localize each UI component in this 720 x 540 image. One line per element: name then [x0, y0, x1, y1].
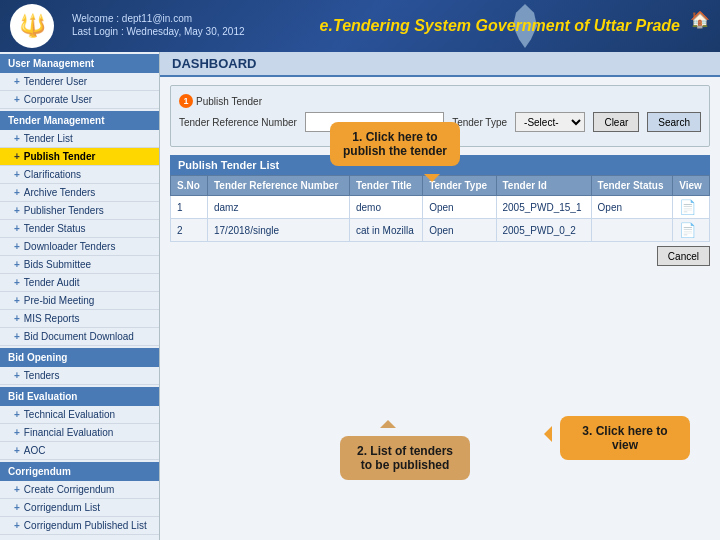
plus-icon: + — [14, 295, 20, 306]
tender-type-select[interactable]: -Select- — [515, 112, 585, 132]
sidebar-item-technical-evaluation[interactable]: + Technical Evaluation — [0, 406, 159, 424]
bid-opening-section: Bid Opening — [0, 348, 159, 367]
plus-icon: + — [14, 94, 20, 105]
cell-type: Open — [423, 219, 496, 242]
tender-type-label: Tender Type — [452, 117, 507, 128]
sidebar-item-corrigendum-list[interactable]: + Corrigendum List — [0, 499, 159, 517]
sidebar-label: Technical Evaluation — [24, 409, 115, 420]
plus-icon: + — [14, 151, 20, 162]
site-title: e.Tendering System Government of Uttar P… — [320, 17, 680, 35]
cell-type: Open — [423, 196, 496, 219]
sidebar-label: MIS Reports — [24, 313, 80, 324]
plus-icon: + — [14, 502, 20, 513]
table-header-row: S.No Tender Reference Number Tender Titl… — [171, 176, 710, 196]
cell-ref: damz — [207, 196, 349, 219]
sidebar-item-tenderer-user[interactable]: + Tenderer User — [0, 73, 159, 91]
sidebar-item-corporate-user[interactable]: + Corporate User — [0, 91, 159, 109]
callout-list-text: 2. List of tenders to be published — [357, 444, 453, 472]
user-management-section: User Management — [0, 54, 159, 73]
sidebar-label: Tenders — [24, 370, 60, 381]
last-login-value: : Wednesday, May 30, 2012 — [121, 26, 245, 37]
callout-list: 2. List of tenders to be published — [340, 436, 470, 480]
callout-publish: 1. Click here to publish the tender — [330, 122, 460, 166]
welcome-label: Welcome — [72, 13, 114, 24]
welcome-value: : dept11@in.com — [116, 13, 192, 24]
table-row: 1 damz demo Open 2005_PWD_15_1 Open 📄 — [171, 196, 710, 219]
sidebar-item-tender-audit[interactable]: + Tender Audit — [0, 274, 159, 292]
search-button[interactable]: Search — [647, 112, 701, 132]
sidebar-item-tender-list[interactable]: + Tender List — [0, 130, 159, 148]
cell-ref: 17/2018/single — [207, 219, 349, 242]
sidebar-label: Tender Audit — [24, 277, 80, 288]
col-title: Tender Title — [349, 176, 422, 196]
sidebar-label: Publisher Tenders — [24, 205, 104, 216]
sidebar-item-publish-tender[interactable]: + Publish Tender — [0, 148, 159, 166]
cell-id: 2005_PWD_15_1 — [496, 196, 591, 219]
cell-view[interactable]: 📄 — [673, 196, 710, 219]
col-sno: S.No — [171, 176, 208, 196]
sidebar-label: Bid Document Download — [24, 331, 134, 342]
sidebar-label: Tender Status — [24, 223, 86, 234]
plus-icon: + — [14, 259, 20, 270]
sidebar-item-prebid-meeting[interactable]: + Pre-bid Meeting — [0, 292, 159, 310]
sidebar-item-tenders[interactable]: + Tenders — [0, 367, 159, 385]
plus-icon: + — [14, 187, 20, 198]
sidebar-label: Tender List — [24, 133, 73, 144]
tender-management-section: Tender Management — [0, 111, 159, 130]
sidebar-label: Publish Tender — [24, 151, 96, 162]
sidebar-label: Corrigendum Published List — [24, 520, 147, 531]
logo-area: 🔱 Welcome : dept11@in.com Last Login : W… — [10, 4, 245, 48]
welcome-row: Welcome : dept11@in.com — [72, 13, 245, 24]
cell-id: 2005_PWD_0_2 — [496, 219, 591, 242]
sidebar-label: Financial Evaluation — [24, 427, 114, 438]
plus-icon: + — [14, 445, 20, 456]
plus-icon: + — [14, 76, 20, 87]
main-layout: User Management + Tenderer User + Corpor… — [0, 52, 720, 540]
tender-table: S.No Tender Reference Number Tender Titl… — [170, 175, 710, 242]
cancel-button[interactable]: Cancel — [657, 246, 710, 266]
sidebar-item-publisher-tenders[interactable]: + Publisher Tenders — [0, 202, 159, 220]
tender-ref-label: Tender Reference Number — [179, 117, 297, 128]
plus-icon: + — [14, 331, 20, 342]
sidebar-item-bid-document-download[interactable]: + Bid Document Download — [0, 328, 159, 346]
sidebar-item-bids-submittee[interactable]: + Bids Submittee — [0, 256, 159, 274]
sidebar-item-corrigendum-published-list[interactable]: + Corrigendum Published List — [0, 517, 159, 535]
table-row: 2 17/2018/single cat in Mozilla Open 200… — [171, 219, 710, 242]
login-row: Last Login : Wednesday, May 30, 2012 — [72, 26, 245, 37]
cell-title: cat in Mozilla — [349, 219, 422, 242]
sidebar-item-aoc[interactable]: + AOC — [0, 442, 159, 460]
plus-icon: + — [14, 133, 20, 144]
sidebar-label: Create Corrigendum — [24, 484, 115, 495]
col-view: View — [673, 176, 710, 196]
sidebar-label: Tenderer User — [24, 76, 87, 87]
sidebar-item-tender-status[interactable]: + Tender Status — [0, 220, 159, 238]
plus-icon: + — [14, 313, 20, 324]
cell-title: demo — [349, 196, 422, 219]
sidebar-label: Downloader Tenders — [24, 241, 116, 252]
bid-evaluation-section: Bid Evaluation — [0, 387, 159, 406]
sidebar-item-financial-evaluation[interactable]: + Financial Evaluation — [0, 424, 159, 442]
view-icon[interactable]: 📄 — [679, 222, 696, 238]
clear-button[interactable]: Clear — [593, 112, 639, 132]
header-info: Welcome : dept11@in.com Last Login : Wed… — [72, 13, 245, 39]
sidebar-item-downloader-tenders[interactable]: + Downloader Tenders — [0, 238, 159, 256]
plus-icon: + — [14, 277, 20, 288]
sidebar-item-archive-tenders[interactable]: + Archive Tenders — [0, 184, 159, 202]
sidebar-item-create-corrigendum[interactable]: + Create Corrigendum — [0, 481, 159, 499]
view-icon[interactable]: 📄 — [679, 199, 696, 215]
home-icon[interactable]: 🏠 — [690, 10, 710, 29]
step-badge-1: 1 — [179, 94, 193, 108]
last-login-label: Last Login — [72, 26, 118, 37]
callout-view: 3. Click here to view — [560, 416, 690, 460]
callout-view-text: 3. Click here to view — [582, 424, 667, 452]
sidebar-item-clarifications[interactable]: + Clarifications — [0, 166, 159, 184]
col-ref: Tender Reference Number — [207, 176, 349, 196]
sidebar-item-mis-reports[interactable]: + MIS Reports — [0, 310, 159, 328]
plus-icon: + — [14, 409, 20, 420]
cell-view[interactable]: 📄 — [673, 219, 710, 242]
cell-sno: 2 — [171, 219, 208, 242]
plus-icon: + — [14, 223, 20, 234]
plus-icon: + — [14, 484, 20, 495]
logo-emblem: 🔱 — [10, 4, 54, 48]
dashboard-title: DASHBOARD — [160, 52, 720, 77]
